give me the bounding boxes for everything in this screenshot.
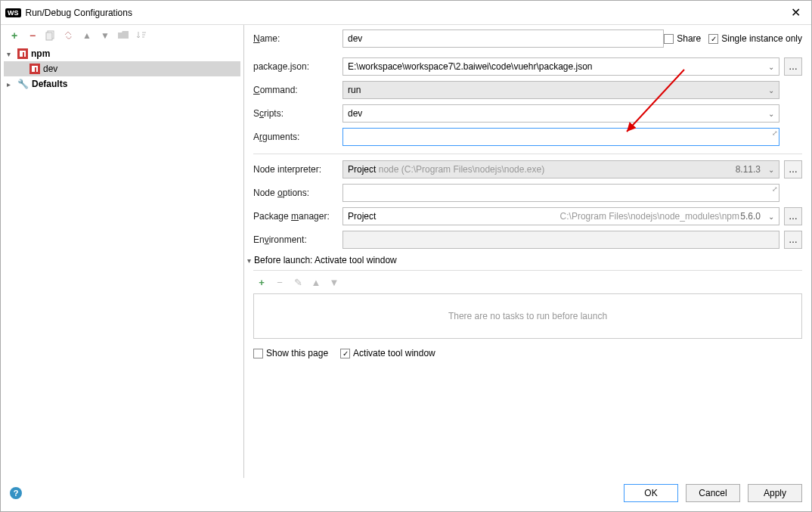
config-tree[interactable]: ▾ npm dev ▸ 🔧 Defaults [1, 46, 243, 478]
edit-task-icon[interactable]: ✎ [293, 277, 303, 287]
package-json-label: package.json: [253, 61, 342, 72]
node-interpreter-label: Node interpreter: [253, 164, 342, 175]
environment-label: Environment: [253, 234, 342, 245]
apply-button[interactable]: Apply [748, 484, 802, 502]
sort-icon[interactable] [135, 29, 147, 42]
wrench-icon: 🔧 [17, 79, 29, 89]
before-launch-list[interactable]: There are no tasks to run before launch [253, 293, 802, 339]
scripts-select[interactable]: dev ⌄ [342, 104, 779, 123]
remove-config-icon[interactable]: − [26, 29, 39, 42]
before-launch-section[interactable]: ▾ Before launch: Activate tool window [247, 255, 802, 265]
remove-task-icon[interactable]: − [274, 277, 285, 287]
chevron-down-icon: ⌄ [768, 86, 774, 95]
command-label: Command: [253, 85, 342, 95]
chevron-down-icon: ⌄ [768, 63, 774, 71]
svg-rect-4 [23, 52, 24, 57]
name-label: Name: [253, 33, 342, 44]
move-down-icon[interactable]: ▼ [99, 29, 111, 42]
add-task-icon[interactable]: + [256, 277, 267, 287]
save-config-icon[interactable] [63, 29, 75, 42]
chevron-down-icon: ⌄ [768, 166, 774, 174]
cancel-button[interactable]: Cancel [686, 484, 740, 502]
expand-icon[interactable]: ⤢ [772, 129, 778, 137]
app-badge-icon: WS [5, 8, 21, 17]
configurations-sidebar: + − ▲ ▼ ▾ npm [1, 25, 244, 478]
expand-icon[interactable]: ⤢ [772, 185, 778, 193]
titlebar: WS Run/Debug Configurations ✕ [1, 1, 811, 25]
move-down-icon[interactable]: ▼ [329, 277, 339, 287]
sidebar-toolbar: + − ▲ ▼ [1, 25, 243, 46]
collapse-arrow-icon[interactable]: ▾ [247, 256, 251, 265]
folder-icon[interactable] [117, 29, 129, 42]
browse-button[interactable]: … [784, 57, 802, 76]
browse-button[interactable]: … [784, 160, 802, 178]
package-json-field[interactable]: E:\workspace\workspace7\2.baiwei\code\vu… [342, 57, 779, 76]
package-manager-select[interactable]: Project C:\Program Files\nodejs\node_mod… [342, 207, 779, 225]
tree-node-defaults[interactable]: ▸ 🔧 Defaults [4, 76, 240, 92]
tree-label: npm [31, 48, 50, 59]
show-this-page-checkbox[interactable]: Show this page [253, 348, 328, 358]
dialog-footer: ? OK Cancel Apply [1, 478, 811, 511]
move-up-icon[interactable]: ▲ [311, 277, 321, 287]
tree-node-dev[interactable]: dev [4, 61, 240, 76]
node-interpreter-select[interactable]: Project node (C:\Program Files\nodejs\no… [342, 160, 779, 178]
single-instance-checkbox[interactable]: ✓Single instance only [708, 33, 802, 44]
chevron-down-icon: ⌄ [768, 213, 774, 221]
empty-message: There are no tasks to run before launch [448, 311, 607, 321]
config-form: Name: Share ✓Single instance only packag… [244, 25, 811, 478]
before-launch-toolbar: + − ✎ ▲ ▼ [253, 275, 802, 293]
scripts-label: Scripts: [253, 108, 342, 119]
environment-input[interactable] [342, 231, 779, 249]
svg-rect-1 [46, 33, 52, 40]
move-up-icon[interactable]: ▲ [81, 29, 93, 42]
expand-arrow-icon[interactable]: ▸ [7, 80, 14, 88]
add-config-icon[interactable]: + [8, 29, 20, 42]
copy-config-icon[interactable] [45, 29, 57, 42]
tree-node-npm[interactable]: ▾ npm [4, 46, 240, 61]
svg-rect-7 [35, 67, 36, 72]
expand-arrow-icon[interactable]: ▾ [7, 50, 14, 58]
node-options-label: Node options: [253, 188, 342, 198]
arguments-input[interactable] [342, 128, 779, 146]
browse-button[interactable]: … [784, 207, 802, 225]
browse-button[interactable]: … [784, 231, 802, 249]
command-select[interactable]: run ⌄ [342, 81, 779, 99]
tree-label: dev [43, 64, 57, 74]
package-manager-label: Package manager: [253, 211, 342, 222]
npm-icon [17, 48, 28, 59]
share-checkbox[interactable]: Share [664, 33, 701, 44]
node-options-input[interactable] [342, 184, 779, 202]
close-icon[interactable]: ✕ [788, 5, 804, 20]
tree-label: Defaults [32, 79, 67, 89]
window-title: Run/Debug Configurations [26, 8, 132, 18]
help-icon[interactable]: ? [10, 487, 22, 499]
npm-icon [29, 64, 40, 74]
chevron-down-icon: ⌄ [768, 110, 774, 118]
ok-button[interactable]: OK [624, 484, 678, 502]
arguments-label: Arguments: [253, 132, 342, 142]
name-input[interactable] [342, 29, 664, 48]
activate-tool-window-checkbox[interactable]: ✓Activate tool window [340, 348, 435, 358]
